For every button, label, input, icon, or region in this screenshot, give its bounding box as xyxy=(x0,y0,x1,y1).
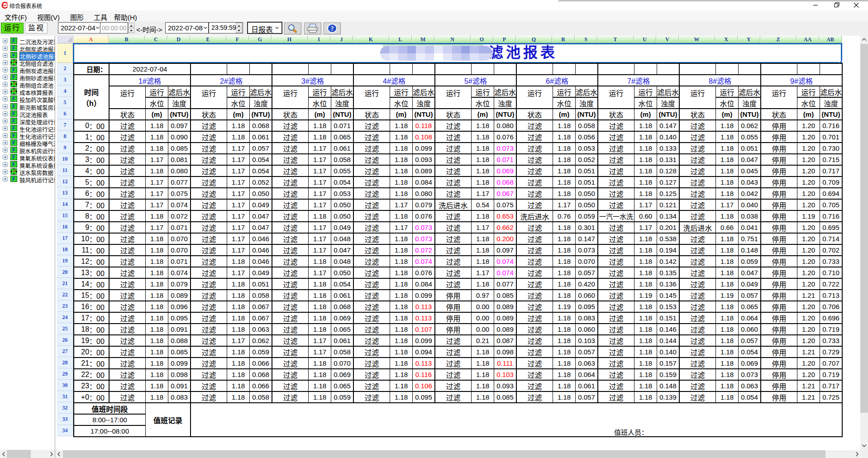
svg-text:?: ? xyxy=(331,25,334,32)
svg-text:RPT: RPT xyxy=(3,4,8,7)
